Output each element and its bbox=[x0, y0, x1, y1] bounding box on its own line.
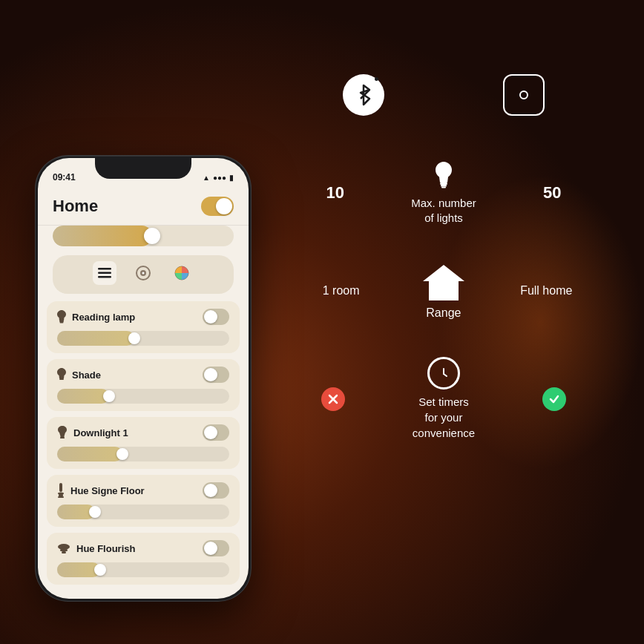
light-list: Reading lamp bbox=[38, 301, 249, 591]
svg-point-14 bbox=[58, 544, 70, 550]
content: 09:41 ▲ ●●● ▮ Home bbox=[0, 0, 644, 644]
status-icons: ▲ ●●● ▮ bbox=[203, 174, 234, 182]
toggle-sm-knob bbox=[204, 426, 217, 439]
light-item-top: Hue Signe Floor bbox=[57, 482, 229, 499]
timers-row: Set timers for your convenience bbox=[288, 357, 599, 441]
toggle-sm-knob bbox=[204, 484, 217, 497]
brightness-fill bbox=[53, 226, 152, 246]
max-lights-label: Max. number of lights bbox=[411, 196, 476, 225]
light-name: Shade bbox=[57, 368, 101, 381]
phone-outer: 09:41 ▲ ●●● ▮ Home bbox=[36, 156, 251, 601]
bluetooth-feature bbox=[343, 74, 384, 116]
phone-screen: 09:41 ▲ ●●● ▮ Home bbox=[38, 158, 249, 599]
slider-knob bbox=[103, 390, 115, 402]
slider-knob bbox=[128, 332, 140, 344]
range-row: 1 room Range Full home bbox=[288, 262, 599, 320]
phone-mockup: 09:41 ▲ ●●● ▮ Home bbox=[36, 156, 251, 601]
connectivity-icons bbox=[288, 74, 599, 116]
timers-yes-badge bbox=[542, 387, 566, 411]
light-item-top: Hue Flourish bbox=[57, 540, 229, 556]
light-item-top: Reading lamp bbox=[57, 309, 229, 325]
timers-label: Set timers for your convenience bbox=[413, 394, 475, 441]
signal-icon: ●●● bbox=[213, 174, 226, 182]
bridge-feature bbox=[503, 74, 545, 116]
light-slider[interactable] bbox=[57, 389, 229, 404]
features-panel: 10 Max. number of lights 50 1 room bbox=[288, 74, 599, 441]
bt-reg-dot bbox=[375, 77, 378, 81]
min-lights-value: 10 bbox=[317, 183, 354, 203]
toggle-sm-knob bbox=[204, 542, 217, 555]
list-item: Hue Flourish bbox=[47, 533, 240, 585]
toggle-knob bbox=[216, 198, 232, 214]
light-name: Downlight 1 bbox=[57, 426, 128, 439]
signe-toggle[interactable] bbox=[203, 482, 229, 499]
max-lights-value: 50 bbox=[533, 183, 571, 203]
clock-icon bbox=[427, 357, 460, 390]
range-label: Range bbox=[426, 306, 461, 320]
home-toggle[interactable] bbox=[201, 197, 234, 216]
phone-notch bbox=[95, 158, 191, 179]
bridge-icon bbox=[503, 74, 545, 116]
range-left: 1 room bbox=[315, 284, 367, 298]
timers-center: Set timers for your convenience bbox=[413, 357, 475, 441]
downlight-toggle[interactable] bbox=[203, 424, 229, 441]
svg-rect-18 bbox=[441, 185, 447, 187]
list-item: Downlight 1 bbox=[47, 417, 240, 469]
timers-no-badge bbox=[321, 387, 345, 411]
range-center: Range bbox=[421, 262, 466, 320]
battery-icon: ▮ bbox=[229, 174, 234, 182]
svg-rect-0 bbox=[98, 268, 111, 270]
tab-bar bbox=[53, 255, 234, 294]
svg-rect-12 bbox=[59, 494, 63, 496]
light-slider[interactable] bbox=[57, 562, 229, 577]
app-title: Home bbox=[53, 197, 98, 216]
light-slider[interactable] bbox=[57, 331, 229, 346]
svg-rect-10 bbox=[59, 483, 62, 492]
toggle-sm-knob bbox=[204, 368, 217, 381]
brightness-slider[interactable] bbox=[53, 226, 234, 246]
list-item: Shade bbox=[47, 359, 240, 411]
app-header: Home bbox=[38, 191, 249, 226]
light-slider[interactable] bbox=[57, 505, 229, 519]
svg-rect-2 bbox=[98, 276, 111, 278]
bridge-center bbox=[519, 91, 528, 99]
brightness-knob bbox=[144, 228, 160, 244]
slider-knob bbox=[89, 506, 101, 518]
svg-rect-13 bbox=[58, 496, 64, 498]
svg-rect-7 bbox=[59, 321, 64, 322]
light-item-top: Downlight 1 bbox=[57, 424, 229, 441]
light-slider[interactable] bbox=[57, 447, 229, 461]
svg-rect-16 bbox=[62, 551, 66, 553]
svg-point-5 bbox=[142, 272, 145, 275]
light-name: Reading lamp bbox=[57, 310, 135, 323]
list-item: Hue Signe Floor bbox=[47, 475, 240, 527]
flourish-toggle[interactable] bbox=[203, 540, 229, 556]
svg-rect-15 bbox=[60, 549, 68, 551]
slider-knob bbox=[116, 448, 128, 460]
slider-fill bbox=[57, 389, 109, 404]
toggle-sm-knob bbox=[204, 310, 217, 323]
reading-lamp-toggle[interactable] bbox=[203, 309, 229, 325]
status-time: 09:41 bbox=[53, 172, 76, 183]
slider-fill bbox=[57, 331, 134, 346]
tab-list[interactable] bbox=[93, 261, 116, 285]
lights-center: Max. number of lights bbox=[411, 160, 476, 225]
range-right: Full home bbox=[520, 284, 572, 298]
svg-rect-19 bbox=[441, 187, 446, 188]
svg-rect-17 bbox=[440, 183, 447, 185]
location-icon: ▲ bbox=[203, 174, 210, 182]
tab-color[interactable] bbox=[170, 261, 194, 285]
svg-marker-20 bbox=[423, 265, 464, 300]
light-item-top: Shade bbox=[57, 367, 229, 383]
svg-rect-1 bbox=[98, 272, 111, 275]
shade-toggle[interactable] bbox=[203, 367, 229, 383]
svg-rect-9 bbox=[59, 378, 64, 380]
svg-rect-8 bbox=[60, 322, 64, 323]
tab-scenes[interactable] bbox=[131, 261, 155, 285]
svg-line-22 bbox=[444, 374, 447, 376]
light-name: Hue Signe Floor bbox=[57, 483, 145, 498]
list-item: Reading lamp bbox=[47, 301, 240, 353]
slider-fill bbox=[57, 447, 122, 461]
bluetooth-icon bbox=[343, 74, 384, 116]
slider-knob bbox=[94, 564, 106, 576]
